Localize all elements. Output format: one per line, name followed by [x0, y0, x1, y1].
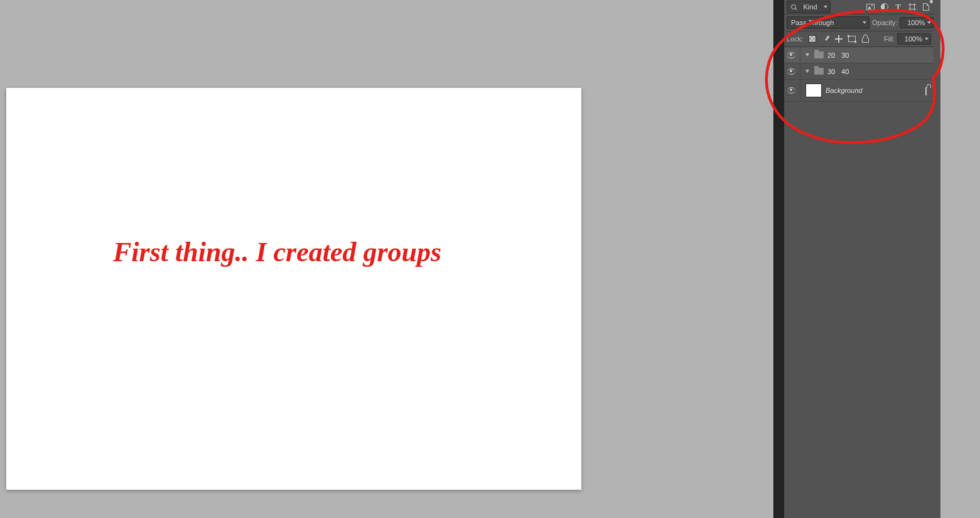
layer-name[interactable]: 20 30	[827, 51, 849, 59]
chevron-down-icon	[863, 21, 866, 24]
lock-position-button[interactable]	[834, 35, 843, 43]
layer-name[interactable]: Background	[826, 87, 863, 94]
layer-name[interactable]: 30 40	[827, 68, 849, 75]
visibility-toggle[interactable]	[787, 50, 796, 60]
visibility-toggle[interactable]	[787, 86, 796, 95]
fill-value: 100%	[905, 35, 922, 43]
chevron-down-icon	[925, 38, 929, 40]
lock-pixels-button[interactable]	[821, 35, 830, 43]
lock-transparency-button[interactable]	[808, 35, 817, 43]
lock-artboard-button[interactable]	[848, 35, 856, 43]
canvas-text: First thing.. I created groups	[113, 236, 441, 268]
opacity-value: 100%	[907, 19, 925, 26]
layer-row-group[interactable]: 20 30	[784, 47, 934, 63]
blend-opacity-row: Pass Through Opacity: 100%	[784, 14, 934, 31]
disclosure-toggle[interactable]	[805, 70, 809, 73]
document-canvas[interactable]: First thing.. I created groups	[6, 88, 581, 490]
layer-row-background[interactable]: Background	[784, 80, 934, 102]
row-divider	[800, 47, 800, 63]
opacity-input[interactable]: 100%	[900, 17, 934, 28]
filter-type-label: Kind	[803, 3, 817, 11]
filter-type-select[interactable]: Kind	[787, 1, 831, 13]
filter-smartobject-icon[interactable]	[922, 3, 930, 11]
lock-icon	[925, 87, 931, 94]
row-divider	[800, 80, 800, 101]
visibility-toggle[interactable]	[787, 67, 796, 76]
layer-thumbnail[interactable]	[805, 84, 822, 97]
layer-filter-row: Kind T	[784, 0, 934, 14]
chevron-down-icon	[927, 21, 931, 24]
blend-mode-value: Pass Through	[791, 19, 834, 26]
disclosure-toggle[interactable]	[805, 53, 809, 57]
blend-mode-select[interactable]: Pass Through	[787, 16, 870, 29]
lock-label: Lock:	[787, 35, 803, 43]
layers-panel: Kind T Pass Through Opacity: 100%	[784, 0, 940, 518]
filter-type-icon[interactable]: T	[894, 3, 902, 11]
lock-fill-row: Lock: Fill: 100%	[784, 31, 934, 47]
lock-all-button[interactable]	[861, 35, 870, 43]
eye-icon	[787, 68, 795, 75]
layer-row-group[interactable]: 30 40	[784, 63, 934, 80]
canvas-workspace: First thing.. I created groups	[0, 0, 773, 518]
chevron-down-icon	[824, 6, 827, 8]
filter-pixel-icon[interactable]	[866, 3, 875, 11]
filter-adjustment-icon[interactable]	[880, 3, 888, 11]
search-icon	[791, 4, 797, 10]
fill-input[interactable]: 100%	[897, 33, 931, 45]
fill-label: Fill:	[884, 35, 895, 43]
folder-icon	[814, 51, 824, 58]
eye-icon	[787, 87, 795, 94]
opacity-label: Opacity:	[872, 19, 897, 26]
eye-icon	[787, 52, 795, 58]
filter-shape-icon[interactable]	[908, 3, 916, 11]
panel-scroll-edge	[934, 0, 940, 518]
folder-icon	[814, 68, 824, 75]
row-divider	[800, 63, 800, 79]
